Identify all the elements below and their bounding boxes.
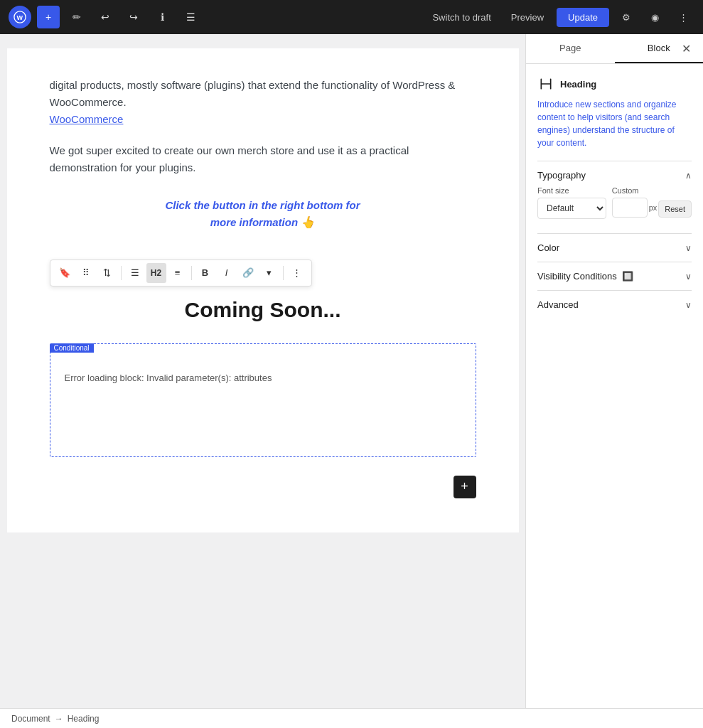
conditional-label: Conditional	[50, 343, 94, 353]
typography-header: Typography ∧	[537, 161, 692, 186]
visibility-title: Visibility Conditions 🔲	[537, 271, 633, 282]
custom-label: Custom	[612, 186, 692, 195]
font-size-label: Font size	[537, 186, 606, 195]
block-info-header: Heading	[537, 75, 692, 92]
edit-tool-button[interactable]: ✏	[65, 6, 88, 28]
info-box: Click the button in the right bottom for…	[50, 191, 476, 238]
paragraph-2: We got super excited to create our own m…	[50, 142, 476, 176]
woocommerce-link[interactable]: WooCommerce	[50, 113, 124, 125]
block-options-button[interactable]: ⋮	[287, 263, 307, 283]
document-link[interactable]: Document	[11, 714, 50, 724]
status-bar: Document → Heading	[0, 708, 703, 728]
heading-block-icon	[537, 75, 554, 92]
info-pointer-icon: 👆	[301, 214, 315, 231]
heading-block[interactable]: Coming Soon...	[50, 298, 476, 322]
breadcrumb-arrow: →	[55, 714, 63, 724]
redo-button[interactable]: ↪	[122, 6, 145, 28]
block-type-icon-button[interactable]: 🔖	[55, 263, 75, 283]
switch-draft-button[interactable]: Switch to draft	[425, 8, 498, 27]
advanced-title: Advanced	[537, 299, 579, 310]
advanced-section[interactable]: Advanced ∨	[537, 290, 692, 318]
more-rich-text-button[interactable]: ▾	[259, 263, 279, 283]
color-chevron-icon: ∨	[685, 243, 692, 253]
heading-level-button[interactable]: H2	[146, 263, 166, 283]
add-block-toolbar-button[interactable]: +	[37, 6, 60, 28]
block-title: Heading	[560, 79, 596, 90]
drag-handle-button[interactable]: ⠿	[76, 263, 96, 283]
more-options-button[interactable]: ⋮	[672, 6, 694, 28]
color-title: Color	[537, 242, 559, 253]
info-button[interactable]: ℹ	[151, 6, 173, 28]
typography-title: Typography	[537, 170, 586, 181]
link-button[interactable]: 🔗	[238, 263, 258, 283]
page-tab[interactable]: Page	[526, 34, 615, 63]
font-size-wrapper: Font size Default Small Medium Large X-L…	[537, 186, 606, 219]
conditional-block: Conditional Error loading block: Invalid…	[50, 343, 476, 457]
align-text-button[interactable]: ≡	[168, 263, 188, 283]
heading-breadcrumb-link[interactable]: Heading	[68, 714, 100, 724]
typography-section: Typography ∧ Font size Default Small Med…	[537, 161, 692, 233]
color-section[interactable]: Color ∨	[537, 233, 692, 262]
block-info: Heading Introduce new sections and organ…	[537, 75, 692, 149]
panel-header: Page Block ✕	[526, 34, 703, 64]
panel-body: Heading Introduce new sections and organ…	[526, 64, 703, 708]
conditional-error: Error loading block: Invalid parameter(s…	[50, 344, 476, 397]
bold-button[interactable]: B	[195, 263, 215, 283]
preview-button[interactable]: Preview	[504, 8, 551, 27]
font-size-select[interactable]: Default Small Medium Large X-Large	[537, 198, 606, 219]
block-toolbar: 🔖 ⠿ ⇅ ☰ H2 ≡ B I 🔗 ▾ ⋮	[50, 259, 312, 287]
custom-input-wrapper: Custom px Reset	[612, 186, 692, 219]
svg-text:W: W	[17, 14, 23, 21]
toolbar: W + ✏ ↩ ↪ ℹ ☰ Switch to draft Preview Up…	[0, 0, 703, 34]
italic-button[interactable]: I	[217, 263, 237, 283]
visibility-section[interactable]: Visibility Conditions 🔲 ∨	[537, 262, 692, 290]
plugins-button[interactable]: ◉	[643, 6, 666, 28]
px-unit: px	[649, 203, 658, 212]
paragraph-1: digital products, mostly software (plugi…	[50, 77, 476, 128]
block-description: Introduce new sections and organize cont…	[537, 98, 692, 149]
right-panel: Page Block ✕ Heading Introduce new secti…	[525, 34, 703, 708]
editor-area: digital products, mostly software (plugi…	[0, 34, 525, 708]
info-text: Click the button in the right bottom for…	[78, 198, 448, 231]
wordpress-logo[interactable]: W	[9, 6, 31, 28]
undo-button[interactable]: ↩	[94, 6, 117, 28]
typography-chevron-icon[interactable]: ∧	[685, 171, 692, 181]
align-button[interactable]: ☰	[125, 263, 145, 283]
update-button[interactable]: Update	[557, 8, 609, 27]
settings-button[interactable]: ⚙	[615, 6, 638, 28]
toolbar-divider-3	[283, 266, 284, 280]
advanced-chevron-icon: ∨	[685, 300, 692, 310]
toolbar-divider-2	[191, 266, 192, 280]
visibility-chevron-icon: ∨	[685, 272, 692, 282]
toolbar-divider-1	[121, 266, 122, 280]
visibility-icon: 🔲	[622, 271, 633, 282]
move-up-down-button[interactable]: ⇅	[97, 263, 117, 283]
list-view-button[interactable]: ☰	[179, 6, 202, 28]
editor-content: digital products, mostly software (plugi…	[7, 48, 519, 532]
custom-size-input[interactable]	[612, 198, 648, 218]
panel-close-button[interactable]: ✕	[675, 38, 697, 60]
add-block-button[interactable]: +	[454, 476, 476, 498]
reset-button[interactable]: Reset	[658, 200, 692, 218]
